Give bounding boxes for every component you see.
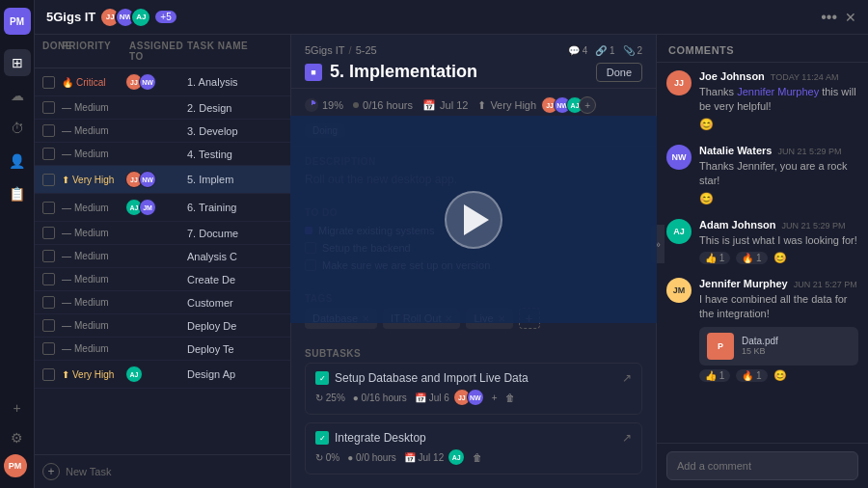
table-row[interactable]: —Medium 2. Design [35, 96, 290, 120]
table-row[interactable]: —Medium Customer [35, 291, 290, 314]
comment-header: Jennifer Murphey JUN 21 5:27 PM [699, 278, 858, 289]
task-checkbox[interactable] [42, 273, 55, 285]
table-row[interactable]: —Medium 3. Develop [35, 120, 290, 143]
task-checkbox[interactable] [42, 202, 55, 214]
list-item[interactable]: ✓ Setup Database and Import Live Data ↗ … [305, 363, 642, 415]
col-taskname: TASK NAME [187, 41, 283, 62]
task-checkbox[interactable] [42, 250, 55, 262]
comment-emoji: 😊 [699, 192, 858, 205]
video-overlay[interactable] [290, 116, 657, 323]
table-row[interactable]: ⬆Very High JJNW 5. Implem [35, 166, 290, 194]
meta-hours: 0/16 hours [353, 99, 413, 111]
comment-body: Joe Johnson TODAY 11:24 AM Thanks Jennif… [699, 70, 858, 131]
list-item[interactable]: ✓ Integrate Desktop ↗ ↻ 0% ● 0/0 hours 📅… [305, 422, 642, 474]
app-logo: PM [4, 8, 31, 35]
task-name: 2. Design [187, 102, 283, 114]
task-checkbox[interactable] [42, 296, 55, 309]
comment-input[interactable] [666, 451, 858, 480]
subtask-name: Setup Database and Import Live Data [335, 371, 616, 385]
task-name: 1. Analysis [187, 76, 283, 88]
nav-home[interactable]: ⊞ [4, 49, 31, 76]
comment-avatar: AJ [666, 219, 692, 244]
nav-add[interactable]: + [4, 394, 31, 421]
comment-emoji: 😊 [699, 118, 858, 131]
nav-cloud[interactable]: ☁ [4, 82, 31, 109]
reaction-thumbs[interactable]: 👍 1 [699, 369, 730, 382]
task-name: Analysis C [187, 251, 283, 262]
subtask-delete-icon[interactable]: 🗑 [505, 393, 515, 403]
new-task-plus-icon: + [42, 463, 60, 480]
subtask-hours: ● 0/0 hours [347, 452, 396, 463]
task-name: 6. Training [187, 202, 283, 213]
priority-badge: —Medium [62, 343, 129, 354]
table-row[interactable]: —Medium 7. Docume [35, 222, 290, 245]
table-row[interactable]: —Medium Create De [35, 268, 290, 291]
table-row[interactable]: ⬆Very High AJ Design Ap [35, 361, 290, 389]
done-button[interactable]: Done [596, 63, 642, 82]
task-checkbox[interactable] [42, 148, 55, 160]
table-row[interactable]: 🔥Critical JJNW 1. Analysis [35, 68, 290, 96]
priority-badge: ⬆Very High [62, 369, 129, 380]
comment-avatar: JJ [666, 70, 692, 95]
add-reaction-icon[interactable]: 😊 [773, 252, 787, 264]
task-list-header: DONE PRIORITY ASSIGNED TO TASK NAME [35, 35, 290, 68]
comment-reactions: 👍 1 🔥 1 😊 [699, 252, 858, 264]
subtask-delete-icon[interactable]: 🗑 [473, 452, 482, 463]
comment-item: NW Natalie Waters JUN 21 5:29 PM Thanks … [666, 145, 858, 205]
header: 5Gigs IT JJ NW AJ +5 ••• ✕ [35, 0, 868, 35]
task-name: Customer [187, 297, 283, 309]
new-task-row[interactable]: + New Task [35, 454, 290, 488]
add-reaction-icon[interactable]: 😊 [773, 369, 787, 382]
task-checkbox[interactable] [42, 101, 55, 114]
subtask-meta: ↻ 0% ● 0/0 hours 📅 Jul 12 AJ 🗑 [315, 448, 632, 466]
table-row[interactable]: —Medium Deploy Te [35, 338, 290, 361]
comment-reactions: 👍 1 🔥 1 😊 [699, 369, 858, 382]
reaction-fire[interactable]: 🔥 1 [736, 369, 767, 382]
task-checkbox[interactable] [42, 174, 55, 186]
nav-time[interactable]: ⏱ [4, 115, 31, 142]
table-row[interactable]: —Medium Deploy De [35, 314, 290, 338]
nav-settings[interactable]: ⚙ [4, 424, 31, 451]
task-name: 5. Implem [187, 174, 283, 185]
comment-input-row [657, 443, 868, 488]
header-close-icon[interactable]: ✕ [845, 10, 856, 25]
comment-avatar: NW [666, 145, 692, 170]
play-button[interactable] [445, 191, 502, 249]
left-sidebar: PM ⊞ ☁ ⏱ 👤 📋 + ⚙ PM [0, 0, 35, 488]
reaction-thumbs[interactable]: 👍 1 [699, 252, 730, 264]
user-avatar[interactable]: PM [4, 454, 27, 477]
comment-header: Joe Johnson TODAY 11:24 AM [699, 70, 858, 82]
file-icon: P [707, 333, 734, 360]
comment-text: Thanks Jennifer Murphey this will be ver… [699, 85, 858, 115]
task-checkbox[interactable] [42, 227, 55, 239]
table-row[interactable]: —Medium 4. Testing [35, 143, 290, 166]
external-link-icon[interactable]: ↗ [622, 371, 632, 385]
comment-file: P Data.pdf 15 KB [699, 327, 858, 366]
table-row[interactable]: —Medium AJJM 6. Training [35, 194, 290, 222]
meta-date: 📅 Jul 12 [422, 99, 468, 112]
reaction-fire[interactable]: 🔥 1 [736, 252, 767, 264]
subtask-add-icon[interactable]: + [492, 393, 498, 403]
comments-title: COMMENTS [668, 44, 856, 56]
priority-badge: ⬆Very High [62, 175, 129, 185]
subtask-header: ✓ Integrate Desktop ↗ [315, 431, 632, 445]
task-checkbox[interactable] [42, 124, 55, 137]
task-checkbox[interactable] [42, 76, 55, 89]
subtasks-label: SUBTASKS [291, 339, 656, 363]
header-menu-icon[interactable]: ••• [821, 9, 837, 26]
nav-users[interactable]: 👤 [4, 148, 31, 175]
task-checkbox[interactable] [42, 319, 55, 332]
nav-docs[interactable]: 📋 [4, 180, 31, 207]
table-row[interactable]: —Medium Analysis C [35, 245, 290, 268]
avatar-badge: +5 [155, 11, 176, 23]
subtask-header: ✓ Setup Database and Import Live Data ↗ [315, 371, 632, 385]
task-checkbox[interactable] [42, 368, 55, 381]
comment-author: Joe Johnson [699, 70, 765, 82]
col-priority: PRIORITY [62, 41, 129, 62]
task-checkbox[interactable] [42, 342, 55, 355]
priority-badge: —Medium [62, 149, 129, 159]
subtask-progress: ↻ 25% [315, 393, 345, 403]
col-done: DONE [42, 41, 62, 62]
external-link-icon[interactable]: ↗ [622, 431, 632, 445]
task-title-row: ■ 5. Implementation Done [305, 62, 642, 82]
